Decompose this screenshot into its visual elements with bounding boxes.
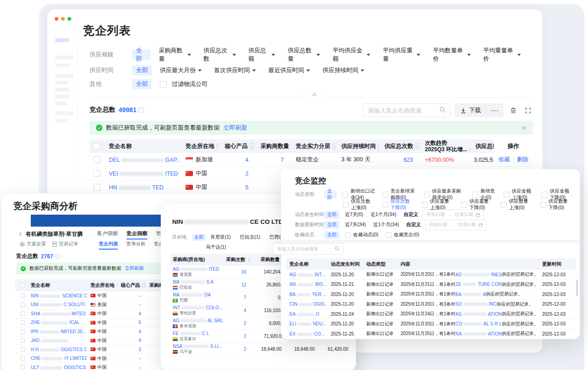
- company-link[interactable]: BAYER ...: [289, 292, 327, 297]
- row-checkbox[interactable]: [21, 356, 25, 361]
- checkbox-icon[interactable]: [501, 202, 507, 208]
- filter-checkbox-times-down[interactable]: 供应次数下降(0): [382, 198, 414, 211]
- close-icon[interactable]: [521, 125, 526, 131]
- company-link[interactable]: H HOGISTICS C...: [31, 347, 87, 352]
- company-link[interactable]: UNIC SOLUTI...: [31, 302, 87, 307]
- company-link[interactable]: CHEIY LIMITED: [31, 356, 87, 361]
- checkbox-icon[interactable]: [503, 192, 509, 198]
- select-all-checkbox[interactable]: [21, 283, 25, 288]
- dest-option-uganda[interactable]: 乌干达(1): [206, 244, 226, 250]
- company-link[interactable]: EAO: [289, 312, 319, 317]
- option-last7days[interactable]: 近7天(0): [345, 211, 363, 218]
- row-checkbox[interactable]: [93, 184, 100, 191]
- company-link[interactable]: NINSCIENCE C...: [31, 293, 87, 298]
- subtab-competition-analysis[interactable]: 竞争分析: [126, 241, 146, 247]
- scrollbar-thumb[interactable]: [576, 279, 578, 296]
- buyer-link[interactable]: AGAL SRL: [173, 318, 223, 324]
- favorite-button[interactable]: 收藏: [498, 156, 510, 164]
- info-icon[interactable]: [216, 143, 220, 149]
- info-icon[interactable]: [117, 283, 118, 288]
- filter-dropdown-buyer-count[interactable]: 采购商数量: [159, 46, 192, 63]
- search-input[interactable]: [363, 103, 450, 117]
- filter-dropdown-first-supply[interactable]: 首次供应时间: [214, 66, 256, 74]
- checkbox-icon[interactable]: [382, 202, 388, 208]
- checkbox-icon[interactable]: [386, 232, 392, 238]
- row-checkbox[interactable]: [21, 347, 25, 352]
- filter-dropdown-duration[interactable]: 供应持续时间: [322, 66, 364, 74]
- date-range-input[interactable]: 开始日期结束日期: [423, 210, 484, 220]
- option-last7days[interactable]: 近7天(34): [345, 222, 366, 228]
- filter-checkbox-fav-activity[interactable]: 收藏动态(0): [345, 232, 379, 238]
- info-icon[interactable]: [249, 143, 255, 149]
- refresh-now-link[interactable]: 立即刷新: [223, 124, 247, 132]
- company-link[interactable]: ANBIO...: [289, 282, 327, 287]
- checkbox-icon[interactable]: [461, 202, 467, 208]
- buyer-link[interactable]: AGITED: [173, 267, 219, 273]
- fullscreen-button[interactable]: [523, 105, 533, 115]
- info-icon[interactable]: [138, 107, 144, 113]
- row-checkbox[interactable]: [21, 311, 25, 316]
- buyer-link[interactable]: MAS A: [173, 279, 214, 285]
- more-options-button[interactable]: [487, 107, 503, 114]
- row-checkbox[interactable]: [21, 320, 25, 325]
- dest-option-paraguay[interactable]: 巴拉圭(1): [240, 234, 260, 240]
- all-pill[interactable]: 全部: [132, 65, 152, 75]
- row-checkbox[interactable]: [93, 156, 100, 163]
- filter-dropdown-supply-amount[interactable]: 供应总额: [249, 46, 276, 63]
- row-checkbox[interactable]: [21, 329, 25, 334]
- company-link[interactable]: AGINT...: [289, 272, 325, 277]
- filter-checkbox-qty-up[interactable]: 供应数量上涨(0): [501, 198, 533, 211]
- checkbox-icon[interactable]: [472, 192, 478, 198]
- filter-checkbox-weight-up[interactable]: 供应重量上涨(0): [422, 198, 454, 211]
- sidebar-item-active[interactable]: [55, 38, 69, 42]
- all-pill[interactable]: 全部: [324, 211, 339, 219]
- option-last1month[interactable]: 近1个月(34): [373, 222, 399, 228]
- trade-records-button[interactable]: 贸易记录: [52, 241, 78, 247]
- filter-dropdown-supply-times[interactable]: 供应总次数: [204, 46, 236, 63]
- all-pill[interactable]: 全部: [132, 50, 151, 60]
- filter-checkbox-times-up[interactable]: 供应次数上涨(0): [343, 198, 375, 211]
- checkbox-icon[interactable]: [424, 192, 430, 198]
- tab-competitor-insight[interactable]: 竞企洞察: [126, 230, 147, 237]
- company-link[interactable]: ELINDU...: [289, 321, 327, 326]
- all-pill[interactable]: 全部: [324, 231, 339, 239]
- scheme-settings-button[interactable]: 方案设置: [20, 241, 46, 247]
- company-link[interactable]: ULTOGISTICS ...: [31, 365, 87, 370]
- breadcrumb[interactable]: 有机磷类除草剂-草甘膦: [20, 230, 83, 238]
- filter-checkbox-qty-down[interactable]: 供应数量下降(0): [540, 198, 572, 211]
- subtab-competitor-list[interactable]: 竞企列表: [99, 241, 118, 247]
- checkbox-icon[interactable]: [422, 202, 428, 208]
- search-icon[interactable]: [440, 107, 446, 113]
- company-link[interactable]: VEIITED: [109, 171, 178, 177]
- info-icon[interactable]: [55, 254, 60, 259]
- company-link[interactable]: JAD: [31, 338, 70, 343]
- filter-logistics-checkbox[interactable]: 过滤物流公司: [160, 80, 208, 88]
- info-icon[interactable]: [142, 283, 146, 288]
- all-pill[interactable]: 全部: [132, 79, 152, 89]
- filter-dropdown-avg-weight-price[interactable]: 平均重量单价: [483, 46, 521, 63]
- option-last1month[interactable]: 近1个月(34): [371, 211, 396, 218]
- info-icon[interactable]: [332, 143, 336, 149]
- download-button[interactable]: 下载: [455, 103, 486, 117]
- filter-dropdown-last-supply[interactable]: 最近供应时间: [268, 66, 310, 74]
- company-link[interactable]: IPRIMITED 35...: [31, 329, 86, 334]
- company-link[interactable]: HNTED: [109, 184, 164, 191]
- tab-customer-insight[interactable]: 客户洞察: [97, 230, 118, 237]
- collapse-filters-button[interactable]: [303, 92, 325, 98]
- filter-dropdown-avg-amount[interactable]: 平均供应金额: [333, 46, 370, 63]
- info-icon[interactable]: [378, 143, 379, 149]
- filter-dropdown-avg-weight[interactable]: 平均供应重量: [383, 46, 420, 63]
- info-icon[interactable]: [469, 147, 470, 153]
- company-link[interactable]: ZHEICAL: [31, 320, 79, 325]
- checkbox-icon[interactable]: [345, 232, 351, 238]
- checkbox-icon[interactable]: [382, 192, 388, 198]
- filter-dropdown-supply-qty[interactable]: 供应总数量: [288, 46, 320, 63]
- checkbox-icon[interactable]: [342, 192, 348, 198]
- dest-option-kenya[interactable]: 肯尼亚(1): [210, 234, 231, 240]
- company-link[interactable]: DELGAP...: [109, 157, 180, 163]
- checkbox-icon[interactable]: [343, 202, 349, 208]
- company-link[interactable]: EXCO...: [289, 331, 325, 336]
- all-pill[interactable]: 全部: [192, 234, 206, 241]
- search-input[interactable]: [273, 243, 344, 255]
- buyer-link[interactable]: FEC L: [173, 331, 209, 337]
